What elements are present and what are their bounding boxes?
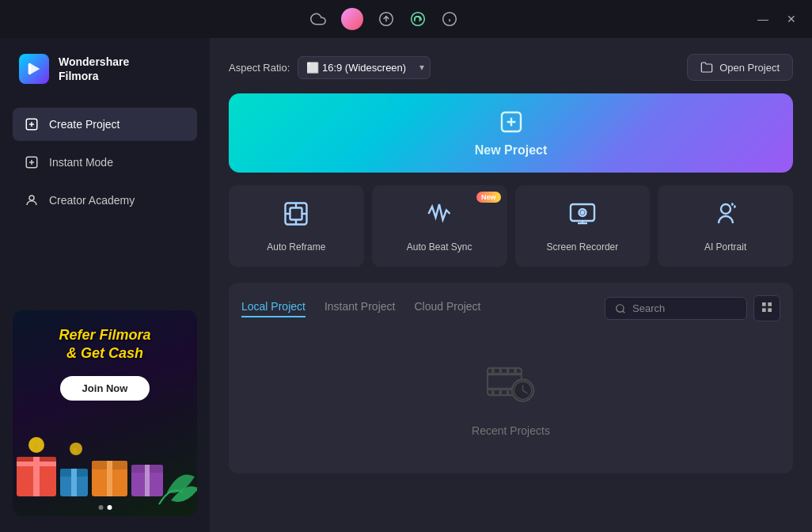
aspect-ratio-area: Aspect Ratio: ⬜ 16:9 (Widescreen) ⬜ 9:16… <box>229 56 431 79</box>
auto-reframe-icon <box>282 200 310 234</box>
sidebar-item-instant-mode[interactable]: Instant Mode <box>13 146 197 179</box>
ai-portrait-label: AI Portrait <box>704 241 746 253</box>
svg-rect-50 <box>768 302 772 306</box>
create-project-label: Create Project <box>49 118 120 131</box>
empty-state-text: Recent Projects <box>472 424 550 437</box>
aspect-ratio-label: Aspect Ratio: <box>229 62 290 74</box>
feature-card-screen-recorder[interactable]: Screen Recorder <box>515 185 651 267</box>
headphone-icon[interactable] <box>409 10 427 28</box>
svg-rect-36 <box>290 208 302 220</box>
aspect-ratio-dropdown[interactable]: ⬜ 16:9 (Widescreen) ⬜ 9:16 (Vertical) ⬜ … <box>298 56 431 79</box>
svg-rect-24 <box>107 461 112 496</box>
avatar-icon[interactable] <box>341 8 363 30</box>
feature-card-ai-portrait[interactable]: AI Portrait <box>658 185 793 267</box>
dot-1[interactable] <box>98 505 103 510</box>
promo-banner: Refer Filmora & Get Cash Join Now <box>13 310 197 516</box>
auto-reframe-label: Auto Reframe <box>267 241 325 253</box>
svg-rect-51 <box>762 308 766 312</box>
create-project-icon <box>24 116 40 132</box>
svg-rect-27 <box>145 465 150 496</box>
instant-mode-label: Instant Mode <box>49 156 113 169</box>
logo-text: Wondershare Filmora <box>59 55 129 83</box>
content-topbar: Aspect Ratio: ⬜ 16:9 (Widescreen) ⬜ 9:16… <box>229 54 793 81</box>
svg-rect-59 <box>514 368 516 373</box>
instant-mode-icon <box>24 154 40 170</box>
promo-title: Refer Filmora & Get Cash <box>59 326 150 363</box>
window-controls: — ✕ <box>755 11 799 27</box>
new-project-banner[interactable]: New Project <box>229 93 793 173</box>
tab-local-project[interactable]: Local Project <box>241 300 305 317</box>
projects-tabs: Local Project Instant Project Cloud Proj… <box>241 300 480 317</box>
screen-recorder-icon <box>568 200 597 234</box>
minimize-button[interactable]: — <box>755 11 771 27</box>
sidebar: Wondershare Filmora Create Project <box>0 38 210 532</box>
feature-card-auto-reframe[interactable]: Auto Reframe <box>229 185 364 267</box>
new-badge: New <box>476 192 501 203</box>
empty-state: Recent Projects <box>241 334 780 461</box>
dot-2[interactable] <box>107 505 112 510</box>
svg-rect-32 <box>502 112 521 131</box>
svg-point-46 <box>721 204 730 214</box>
svg-rect-57 <box>499 368 501 373</box>
screen-recorder-label: Screen Recorder <box>547 241 619 253</box>
new-project-label: New Project <box>475 143 548 158</box>
logo-icon <box>19 54 49 84</box>
aspect-dropdown-wrapper: ⬜ 16:9 (Widescreen) ⬜ 9:16 (Vertical) ⬜ … <box>298 56 431 79</box>
svg-text:$: $ <box>73 446 77 454</box>
svg-rect-62 <box>507 390 509 395</box>
svg-rect-49 <box>762 302 766 306</box>
open-project-label: Open Project <box>719 62 780 74</box>
tab-cloud-project[interactable]: Cloud Project <box>414 300 480 317</box>
search-placeholder: Search <box>632 302 665 314</box>
svg-rect-18 <box>17 462 56 466</box>
open-project-button[interactable]: Open Project <box>687 54 793 81</box>
svg-rect-7 <box>28 63 32 75</box>
svg-rect-52 <box>768 308 772 312</box>
feature-cards: Auto Reframe New Auto Beat Sync <box>229 185 793 267</box>
logo-area: Wondershare Filmora <box>13 54 197 84</box>
svg-rect-61 <box>499 390 501 395</box>
auto-beat-sync-label: Auto Beat Sync <box>407 241 472 253</box>
projects-tabs-bar: Local Project Instant Project Cloud Proj… <box>241 295 780 321</box>
svg-rect-54 <box>488 373 522 375</box>
svg-marker-6 <box>30 63 40 75</box>
new-project-icon <box>499 109 524 139</box>
grid-toggle-button[interactable] <box>753 295 780 321</box>
titlebar: — ✕ <box>0 0 812 38</box>
svg-point-47 <box>617 304 624 311</box>
svg-line-48 <box>623 310 625 313</box>
cloud-icon[interactable] <box>309 10 327 28</box>
feature-card-auto-beat-sync[interactable]: New Auto Beat Sync <box>372 185 507 267</box>
projects-tabs-right: Search <box>605 295 780 321</box>
empty-state-icon <box>484 358 539 415</box>
search-box[interactable]: Search <box>605 297 747 320</box>
titlebar-icons <box>309 8 458 30</box>
creator-academy-icon <box>24 192 40 208</box>
svg-rect-56 <box>491 368 494 373</box>
svg-rect-58 <box>507 368 509 373</box>
creator-academy-label: Creator Academy <box>49 194 135 207</box>
svg-point-43 <box>581 211 583 214</box>
projects-section: Local Project Instant Project Cloud Proj… <box>229 283 793 473</box>
join-now-button[interactable]: Join Now <box>60 376 150 401</box>
grid-icon <box>761 301 773 314</box>
close-button[interactable]: ✕ <box>784 11 799 27</box>
svg-rect-21 <box>71 469 77 496</box>
dots-indicator <box>98 505 112 510</box>
info-icon[interactable] <box>441 10 458 28</box>
sidebar-item-create-project[interactable]: Create Project <box>13 108 197 141</box>
upload-icon[interactable] <box>378 10 395 28</box>
search-icon <box>615 303 626 314</box>
svg-point-14 <box>29 196 34 200</box>
main-layout: Wondershare Filmora Create Project <box>0 38 812 532</box>
auto-beat-sync-icon <box>425 200 453 234</box>
folder-icon <box>700 61 713 74</box>
promo-decorations: $ $ <box>13 413 197 516</box>
ai-portrait-icon <box>711 200 740 234</box>
tab-instant-project[interactable]: Instant Project <box>324 300 396 317</box>
svg-rect-60 <box>491 390 494 395</box>
content-area: Aspect Ratio: ⬜ 16:9 (Widescreen) ⬜ 9:16… <box>210 38 812 532</box>
svg-text:$: $ <box>33 442 38 450</box>
svg-point-2 <box>412 13 425 26</box>
sidebar-item-creator-academy[interactable]: Creator Academy <box>13 184 197 217</box>
